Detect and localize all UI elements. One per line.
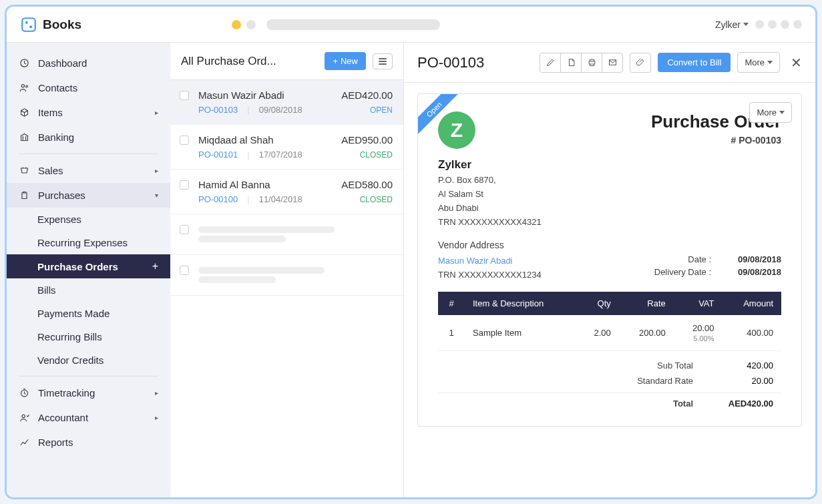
caret-down-icon: [743, 23, 749, 26]
caret-down-icon: [779, 111, 785, 114]
sub-expenses[interactable]: Expenses: [7, 208, 170, 231]
sidebar-banking[interactable]: Banking: [7, 125, 170, 150]
po-list-item[interactable]: Masun Wazir AbadiAED420.00 PO-00103|09/0…: [170, 80, 403, 125]
divider: [19, 154, 158, 154]
pencil-icon: [546, 57, 556, 67]
dashboard-icon: [19, 57, 30, 69]
accountant-icon: [19, 412, 30, 423]
caret-down-icon: ▾: [155, 192, 158, 199]
sales-icon: [19, 165, 30, 176]
sidebar-timetracking[interactable]: Timetracking▸: [7, 381, 170, 405]
svg-rect-0: [22, 18, 35, 31]
doc-more-button[interactable]: More: [749, 102, 792, 123]
print-icon: [587, 57, 597, 67]
org-switcher[interactable]: Zylker: [715, 19, 749, 30]
mail-button[interactable]: [602, 53, 623, 73]
list-column: All Purchase Ord... +New Masun Wazir Aba…: [170, 43, 404, 497]
banking-icon: [19, 132, 30, 143]
window-dot: [232, 20, 241, 29]
chevron-right-icon: ▸: [155, 109, 158, 116]
line-items-table: # Item & Description Qty Rate VAT Amount…: [438, 292, 781, 351]
purchases-icon: [19, 190, 30, 201]
doc-number: # PO-00103: [651, 135, 781, 146]
vendor-address: Masun Wazir Abadi TRN XXXXXXXXXXX1234: [438, 254, 542, 282]
svg-point-2: [29, 25, 32, 28]
more-button[interactable]: More: [737, 52, 780, 73]
items-icon: [19, 107, 30, 118]
edit-button[interactable]: [540, 53, 561, 73]
list-title[interactable]: All Purchase Ord...: [181, 55, 318, 68]
document-card: Open More Z Zylker P.O. Box 6870, Al Sal…: [417, 93, 802, 427]
sidebar-contacts[interactable]: Contacts: [7, 75, 170, 100]
pdf-button[interactable]: [560, 53, 582, 73]
vendor-address-label: Vendor Address: [438, 240, 781, 250]
clock-icon: [19, 387, 30, 399]
contacts-icon: [19, 82, 30, 93]
books-icon: [20, 16, 37, 33]
totals-block: Sub Total420.00 Standard Rate20.00 Total…: [438, 358, 781, 411]
skeleton-item: [170, 214, 403, 255]
sidebar-dashboard[interactable]: Dashboard: [7, 51, 170, 75]
table-row: 1 Sample Item 2.00 200.00 20.005.00% 400…: [438, 315, 781, 351]
header-dot[interactable]: [768, 20, 777, 29]
sub-payments-made[interactable]: Payments Made: [7, 302, 170, 325]
header-dot[interactable]: [793, 20, 802, 29]
checkbox[interactable]: [180, 91, 189, 100]
detail-column: PO-00103 Convert to Bill More ✕ Open Mor…: [404, 43, 815, 497]
plus-icon[interactable]: +: [152, 260, 158, 272]
checkbox[interactable]: [180, 266, 189, 275]
date-block: Date :09/08/2018 Delivery Date :09/08/20…: [654, 254, 781, 280]
org-address: Zylker P.O. Box 6870, Al Salam St Abu Dh…: [438, 156, 542, 229]
svg-point-5: [26, 85, 28, 87]
svg-point-4: [21, 85, 24, 87]
divider: [19, 376, 158, 376]
app-frame: Books Zylker Dashboard Contacts Items▸: [7, 7, 815, 497]
print-button[interactable]: [581, 53, 602, 73]
sidebar: Dashboard Contacts Items▸ Banking Sales▸…: [7, 43, 170, 497]
convert-to-bill-button[interactable]: Convert to Bill: [658, 53, 731, 72]
pdf-icon: [566, 57, 576, 67]
app-name: Books: [43, 17, 81, 32]
close-button[interactable]: ✕: [791, 55, 802, 71]
paperclip-icon: [636, 57, 646, 67]
detail-header: PO-00103 Convert to Bill More ✕: [404, 43, 815, 83]
sidebar-reports[interactable]: Reports: [7, 430, 170, 455]
checkbox[interactable]: [180, 225, 189, 234]
sidebar-accountant[interactable]: Accountant▸: [7, 405, 170, 430]
sub-recurring-expenses[interactable]: Recurring Expenses: [7, 231, 170, 254]
detail-title: PO-00103: [417, 54, 533, 71]
window-controls: [232, 19, 440, 30]
sidebar-purchases[interactable]: Purchases▾: [7, 183, 170, 208]
mail-icon: [608, 57, 618, 67]
header-actions: [755, 20, 802, 29]
svg-point-7: [22, 415, 25, 417]
chevron-right-icon: ▸: [155, 167, 158, 174]
topbar: Books Zylker: [7, 7, 815, 43]
status-ribbon: Open: [418, 94, 463, 140]
header-dot[interactable]: [781, 20, 789, 29]
sub-bills[interactable]: Bills: [7, 278, 170, 302]
hamburger-button[interactable]: [373, 53, 393, 69]
chevron-right-icon: ▸: [155, 414, 158, 421]
sub-recurring-bills[interactable]: Recurring Bills: [7, 325, 170, 348]
checkbox[interactable]: [180, 136, 189, 145]
sub-purchase-orders[interactable]: Purchase Orders+: [7, 254, 170, 278]
list-header: All Purchase Ord... +New: [170, 43, 403, 80]
po-list-item[interactable]: Miqdaad al ShahAED950.00 PO-00101|17/07/…: [170, 125, 403, 170]
skeleton-item: [170, 255, 403, 296]
new-button[interactable]: +New: [325, 52, 366, 70]
checkbox[interactable]: [180, 180, 189, 190]
chevron-right-icon: ▸: [155, 389, 158, 397]
po-list-item[interactable]: Hamid Al BannaAED580.00 PO-00100|11/04/2…: [170, 170, 403, 214]
sidebar-items[interactable]: Items▸: [7, 100, 170, 125]
header-dot[interactable]: [755, 20, 764, 29]
window-dot: [246, 20, 256, 29]
sub-vendor-credits[interactable]: Vendor Credits: [7, 348, 170, 372]
attach-button[interactable]: [630, 53, 651, 73]
caret-down-icon: [767, 61, 773, 64]
app-logo[interactable]: Books: [20, 16, 81, 33]
plus-icon: +: [333, 56, 338, 66]
url-placeholder: [266, 19, 440, 30]
reports-icon: [19, 437, 30, 448]
sidebar-sales[interactable]: Sales▸: [7, 158, 170, 183]
